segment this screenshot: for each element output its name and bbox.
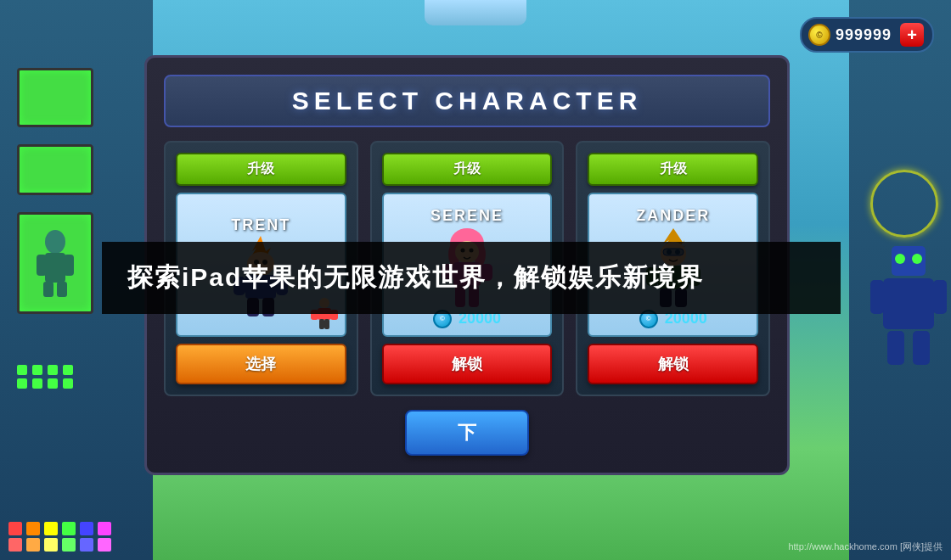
top-vent <box>425 0 526 25</box>
character-name-trent: TRENT <box>231 216 290 234</box>
color-key <box>44 538 58 552</box>
color-key <box>98 538 111 552</box>
unlock-button-zander[interactable]: 解锁 <box>588 344 758 384</box>
coin-display: © 999999 + <box>800 17 934 53</box>
svg-rect-13 <box>913 331 930 365</box>
svg-rect-27 <box>319 319 324 329</box>
svg-rect-11 <box>933 280 947 314</box>
dialog-header: SELECT CHARACTER <box>164 75 770 127</box>
svg-rect-2 <box>37 255 47 276</box>
upgrade-button-trent[interactable]: 升级 <box>176 153 346 186</box>
next-button[interactable]: 下 <box>405 410 529 456</box>
svg-rect-5 <box>57 282 67 297</box>
indicator-dots <box>17 365 75 389</box>
green-screen-2 <box>17 144 93 195</box>
character-name-serene: SERENE <box>430 207 504 225</box>
overlay-text: 探索iPad苹果的无限游戏世界，解锁娱乐新境界 <box>127 263 704 291</box>
next-button-row: 下 <box>164 410 770 456</box>
dialog-title: SELECT CHARACTER <box>292 87 643 115</box>
svg-rect-4 <box>43 282 53 297</box>
svg-rect-1 <box>45 253 65 283</box>
color-key <box>8 538 22 552</box>
coin-amount: 999999 <box>836 26 892 44</box>
footer-url: http://www.hackhome.com [网侠]提供 <box>788 540 943 553</box>
upgrade-button-zander[interactable]: 升级 <box>588 153 758 186</box>
character-name-zander: ZANDER <box>636 207 710 225</box>
color-key <box>26 538 40 552</box>
color-key <box>80 538 93 552</box>
coin-icon: © <box>808 24 830 46</box>
color-key <box>62 522 76 535</box>
green-screen-1 <box>17 68 93 127</box>
color-key <box>8 522 22 535</box>
svg-rect-12 <box>887 331 904 365</box>
robot-character <box>870 238 947 377</box>
svg-rect-28 <box>324 319 329 329</box>
right-panel <box>849 0 951 560</box>
svg-rect-9 <box>883 278 934 329</box>
svg-rect-10 <box>870 280 884 314</box>
select-button-trent[interactable]: 选择 <box>176 344 346 384</box>
unlock-button-serene[interactable]: 解锁 <box>382 344 553 384</box>
svg-point-0 <box>45 230 65 254</box>
svg-point-8 <box>912 254 922 264</box>
svg-point-7 <box>895 254 905 264</box>
green-screen-3 <box>17 212 93 314</box>
svg-rect-3 <box>64 255 74 276</box>
color-keyboard <box>8 522 113 552</box>
color-key <box>26 522 40 535</box>
neon-circle <box>870 170 938 238</box>
color-key <box>44 522 58 535</box>
upgrade-button-serene[interactable]: 升级 <box>382 153 553 186</box>
color-key <box>62 538 76 552</box>
add-coins-button[interactable]: + <box>900 23 924 47</box>
overlay-banner: 探索iPad苹果的无限游戏世界，解锁娱乐新境界 <box>102 242 841 314</box>
color-key <box>98 522 111 535</box>
color-key <box>80 522 93 535</box>
